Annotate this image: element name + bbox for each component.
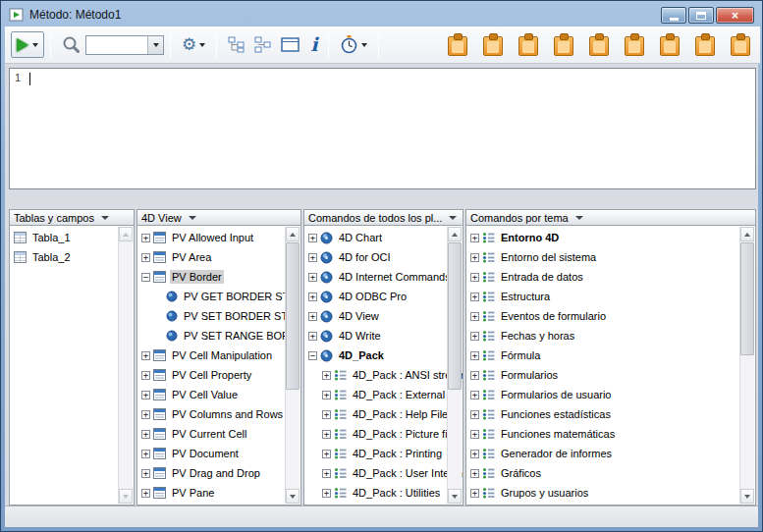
scroll-up-button[interactable]: [119, 227, 133, 241]
expand-all-button[interactable]: [223, 31, 249, 59]
panel-header-all-plugins[interactable]: Comandos de todos los pl...: [303, 209, 463, 226]
expand-icon[interactable]: +: [470, 391, 479, 399]
expand-icon[interactable]: +: [141, 469, 150, 478]
chevron-down-icon[interactable]: [575, 216, 583, 220]
tree-row[interactable]: +PV Current Cell: [137, 424, 300, 444]
scrollbar-vertical[interactable]: [447, 227, 462, 504]
tree-row[interactable]: +Fechas y horas: [466, 326, 755, 346]
tree-row[interactable]: +4D Chart: [304, 228, 463, 247]
expand-icon[interactable]: +: [141, 410, 150, 419]
tree-row[interactable]: +PV Cell Value: [137, 385, 300, 404]
tree-row[interactable]: +Entrada de datos: [466, 267, 755, 287]
chevron-down-icon[interactable]: [449, 216, 457, 220]
tree-row[interactable]: +PV Document: [137, 444, 300, 463]
collapse-icon[interactable]: −: [141, 273, 150, 282]
tree-row[interactable]: +4D_Pack : Printing: [304, 444, 463, 463]
code-editor[interactable]: 1: [9, 68, 756, 189]
combo-input[interactable]: [86, 36, 147, 54]
expand-icon[interactable]: +: [141, 430, 150, 439]
tree-row[interactable]: +Funciones matemáticas: [466, 424, 755, 444]
tree-row[interactable]: +PV Area: [137, 247, 300, 267]
panel-header-themes[interactable]: Comandos por tema: [465, 209, 756, 226]
expand-icon[interactable]: +: [470, 312, 479, 321]
tree-row[interactable]: PV SET BORDER STY: [137, 306, 300, 326]
scrollbar-vertical[interactable]: [285, 227, 300, 504]
run-method-button[interactable]: [11, 31, 44, 58]
expand-icon[interactable]: +: [322, 430, 331, 439]
expand-icon[interactable]: +: [308, 312, 317, 321]
expand-icon[interactable]: +: [470, 410, 479, 419]
tree-row[interactable]: −4D_Pack: [304, 346, 463, 365]
tree-row[interactable]: +4D Write: [304, 326, 463, 346]
expand-icon[interactable]: +: [470, 273, 479, 282]
collapse-icon[interactable]: −: [308, 351, 317, 360]
expand-icon[interactable]: +: [470, 371, 479, 380]
expand-icon[interactable]: +: [470, 332, 479, 341]
clipboard-6[interactable]: [625, 33, 644, 56]
expand-icon[interactable]: +: [470, 253, 479, 262]
chevron-down-icon[interactable]: [189, 216, 196, 220]
tree-row[interactable]: +Formularios de usuario: [466, 385, 755, 404]
expand-icon[interactable]: +: [470, 293, 479, 301]
info-button[interactable]: i: [305, 31, 322, 59]
scrollbar-vertical[interactable]: [739, 227, 754, 504]
clipboard-5[interactable]: [589, 33, 609, 56]
expand-icon[interactable]: +: [470, 450, 479, 458]
scroll-up-button[interactable]: [286, 227, 300, 241]
method-search-combo[interactable]: [85, 35, 164, 55]
expand-icon[interactable]: +: [322, 391, 331, 399]
tree-row[interactable]: +4D_Pack : External: [304, 385, 463, 404]
expand-icon[interactable]: +: [470, 430, 479, 439]
scroll-down-button[interactable]: [740, 489, 754, 504]
scroll-thumb[interactable]: [740, 242, 754, 355]
tree-row[interactable]: +Generador de informes: [466, 444, 755, 463]
clipboard-1[interactable]: [448, 33, 467, 56]
expand-icon[interactable]: +: [470, 234, 479, 242]
expand-icon[interactable]: +: [141, 391, 150, 399]
tree-row[interactable]: PV GET BORDER STY: [137, 287, 300, 306]
expand-icon[interactable]: +: [141, 371, 150, 380]
scroll-down-button[interactable]: [448, 489, 462, 504]
table-row[interactable]: Tabla_2: [10, 247, 134, 267]
tree-row[interactable]: PV SET RANGE BOR: [137, 326, 300, 346]
panel-header-4d-view[interactable]: 4D View: [136, 209, 301, 226]
scroll-down-button[interactable]: [119, 489, 133, 504]
expand-icon[interactable]: +: [308, 293, 317, 301]
expand-icon[interactable]: +: [141, 450, 150, 458]
close-button[interactable]: ×: [716, 7, 754, 24]
scrollbar-vertical[interactable]: [118, 227, 133, 504]
tree-row[interactable]: +4D_Pack : ANSI stream: [304, 365, 463, 385]
expand-icon[interactable]: +: [470, 351, 479, 360]
maximize-button[interactable]: [688, 7, 714, 24]
tree-row[interactable]: +Entorno 4D: [466, 228, 755, 247]
combo-dropdown-button[interactable]: [147, 36, 163, 54]
expand-icon[interactable]: +: [322, 450, 331, 458]
tree-row[interactable]: +Entorno del sistema: [466, 247, 755, 267]
tree-row[interactable]: +Grupos y usuarios: [466, 483, 755, 503]
search-button[interactable]: [57, 31, 85, 59]
tree-row[interactable]: +4D View: [304, 306, 463, 326]
preview-window-button[interactable]: [276, 31, 305, 59]
scroll-up-button[interactable]: [448, 227, 462, 241]
clipboard-7[interactable]: [660, 33, 680, 56]
expand-icon[interactable]: +: [322, 489, 331, 498]
tree-row[interactable]: +Fórmula: [466, 346, 755, 365]
clipboard-9[interactable]: [731, 33, 750, 56]
scroll-thumb[interactable]: [286, 242, 300, 390]
scroll-down-button[interactable]: [286, 489, 300, 504]
expand-icon[interactable]: +: [322, 410, 331, 419]
tree-row[interactable]: +4D_Pack : Utilities: [304, 483, 463, 503]
expand-icon[interactable]: +: [141, 351, 150, 360]
tree-row[interactable]: +Estructura: [466, 287, 755, 306]
clipboard-8[interactable]: [695, 33, 715, 56]
tree-row[interactable]: +4D for OCI: [304, 247, 463, 267]
expand-icon[interactable]: +: [141, 234, 150, 242]
expand-icon[interactable]: +: [470, 489, 479, 498]
clipboard-2[interactable]: [483, 33, 503, 56]
expand-icon[interactable]: +: [141, 253, 150, 262]
tree-row[interactable]: +Funciones estadísticas: [466, 404, 755, 424]
tree-row[interactable]: +PV Columns and Rows: [137, 404, 300, 424]
titlebar[interactable]: Método: Método1 ×: [2, 2, 761, 27]
tree-row[interactable]: +4D_Pack : Help Files: [304, 404, 463, 424]
tree-row[interactable]: +PV Cell Manipulation: [137, 346, 300, 365]
